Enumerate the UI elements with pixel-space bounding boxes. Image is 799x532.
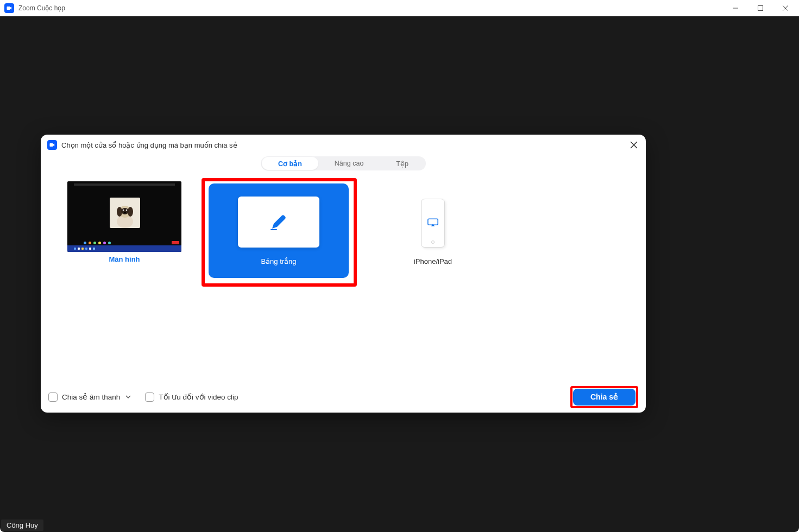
svg-rect-0 bbox=[758, 6, 763, 11]
tab-files[interactable]: Tệp bbox=[380, 157, 425, 170]
dialog-title: Chọn một cửa sổ hoặc ứng dụng mà bạn muố… bbox=[61, 141, 237, 149]
checkbox-icon bbox=[48, 392, 58, 402]
svg-point-7 bbox=[123, 210, 124, 211]
share-option-whiteboard-label: Bảng trắng bbox=[261, 257, 296, 265]
svg-point-8 bbox=[126, 210, 128, 211]
share-option-iphone-ipad[interactable]: iPhone/iPad bbox=[356, 178, 510, 281]
optimize-video-checkbox[interactable]: Tối ưu đối với video clip bbox=[145, 392, 238, 402]
minimize-button[interactable] bbox=[723, 0, 748, 16]
optimize-video-label: Tối ưu đối với video clip bbox=[159, 392, 238, 401]
share-audio-label: Chia sẻ âm thanh bbox=[62, 392, 120, 401]
svg-point-9 bbox=[124, 212, 126, 214]
share-option-screen-label: Màn hình bbox=[109, 255, 140, 263]
zoom-app-icon bbox=[4, 3, 14, 13]
airplay-icon bbox=[427, 218, 438, 227]
close-dialog-button[interactable] bbox=[628, 140, 639, 150]
dialog-header: Chọn một cửa sổ hoặc ứng dụng mà bạn muố… bbox=[41, 136, 646, 154]
client-area: Chọn một cửa sổ hoặc ứng dụng mà bạn muố… bbox=[0, 16, 799, 532]
tabs: Cơ bản Nâng cao Tệp bbox=[261, 156, 426, 170]
maximize-button[interactable] bbox=[748, 0, 773, 16]
share-option-whiteboard[interactable]: Bảng trắng bbox=[202, 178, 356, 281]
share-option-screen[interactable]: Màn hình bbox=[47, 178, 202, 281]
phone-icon bbox=[421, 199, 445, 248]
tab-basic[interactable]: Cơ bản bbox=[262, 157, 318, 170]
watermark: Công Huy bbox=[1, 520, 43, 531]
share-option-iphone-label: iPhone/iPad bbox=[414, 257, 452, 265]
dog-image-icon bbox=[112, 202, 137, 228]
share-options-grid: Màn hình Bảng trắng bbox=[41, 170, 646, 387]
zoom-app-icon bbox=[47, 140, 57, 150]
share-button[interactable]: Chia sẻ bbox=[573, 389, 636, 406]
whiteboard-thumbnail: Bảng trắng bbox=[209, 183, 349, 278]
window-title: Zoom Cuộc họp bbox=[18, 4, 65, 12]
titlebar-left: Zoom Cuộc họp bbox=[4, 3, 65, 13]
share-audio-checkbox[interactable]: Chia sẻ âm thanh bbox=[48, 392, 131, 402]
titlebar: Zoom Cuộc họp bbox=[0, 0, 799, 16]
tab-advanced[interactable]: Nâng cao bbox=[318, 157, 380, 170]
share-screen-dialog: Chọn một cửa sổ hoặc ứng dụng mà bạn muố… bbox=[41, 135, 646, 413]
dialog-footer: Chia sẻ âm thanh Tối ưu đối với video cl… bbox=[41, 387, 646, 413]
checkbox-icon bbox=[145, 392, 154, 402]
screen-thumbnail bbox=[67, 181, 181, 252]
pencil-icon bbox=[269, 212, 288, 232]
tabs-container: Cơ bản Nâng cao Tệp bbox=[41, 156, 646, 170]
chevron-down-icon[interactable] bbox=[125, 394, 131, 400]
window-controls bbox=[723, 0, 798, 16]
app-window: Zoom Cuộc họp Chọn một cửa sổ hoặc ứng d… bbox=[0, 0, 799, 532]
close-button[interactable] bbox=[773, 0, 798, 16]
